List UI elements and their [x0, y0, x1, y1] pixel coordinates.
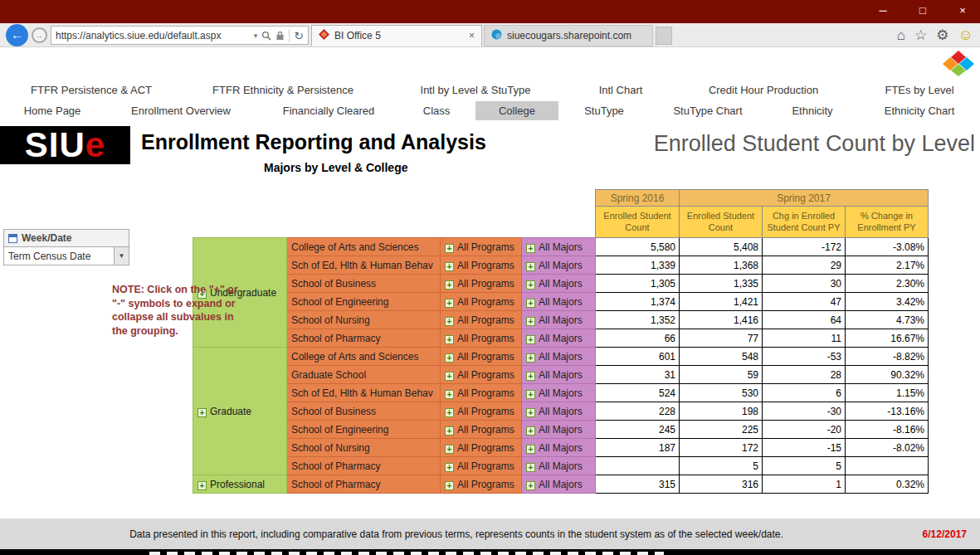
expand-icon[interactable]: + [526, 408, 535, 417]
college-cell[interactable]: College of Arts and Sciences [287, 238, 441, 256]
programs-cell[interactable]: +All Programs [441, 275, 522, 293]
minimize-button[interactable]: ─ [875, 3, 890, 18]
programs-cell[interactable]: +All Programs [441, 475, 522, 494]
forward-button[interactable]: → [32, 27, 47, 43]
home-icon[interactable]: ⌂ [897, 27, 905, 44]
expand-icon[interactable]: + [445, 317, 454, 326]
favorites-star-icon[interactable]: ☆ [914, 27, 927, 44]
expand-icon[interactable]: + [526, 445, 535, 454]
expand-icon[interactable]: + [445, 280, 454, 290]
nav-item-intl-by-level-stutype[interactable]: Intl by Level & StuType [412, 80, 539, 100]
close-button[interactable]: × [955, 3, 970, 18]
college-cell[interactable]: School of Engineering [287, 293, 441, 311]
expand-icon[interactable]: + [526, 317, 535, 326]
expand-icon[interactable]: + [445, 445, 454, 454]
nav-item-enrollment-overview[interactable]: Enrollment Overview [123, 101, 239, 120]
college-cell[interactable]: College of Arts and Sciences [287, 348, 441, 366]
college-cell[interactable]: Sch of Ed, Hlth & Human Behav [287, 256, 441, 275]
majors-cell[interactable]: +All Majors [522, 348, 596, 366]
nav-item-college[interactable]: College [475, 101, 558, 120]
nav-item-class[interactable]: Class [415, 101, 459, 120]
expand-icon[interactable]: + [197, 481, 207, 490]
majors-cell[interactable]: +All Majors [522, 439, 596, 457]
majors-cell[interactable]: +All Majors [522, 457, 596, 475]
nav-item-ethnicity[interactable]: Ethnicity [783, 101, 841, 120]
expand-icon[interactable]: + [526, 244, 535, 253]
back-button[interactable]: ← [6, 24, 28, 46]
level-group-cell[interactable]: +Graduate [193, 348, 287, 475]
nav-item-stutype[interactable]: StuType [576, 101, 632, 120]
expand-icon[interactable]: + [445, 408, 454, 417]
nav-item-intl-chart[interactable]: Intl Chart [591, 80, 651, 100]
browser-tab-sharepoint[interactable]: siuecougars.sharepoint.com [484, 25, 653, 46]
majors-cell[interactable]: +All Majors [522, 329, 596, 348]
expand-icon[interactable]: + [197, 408, 207, 417]
expand-icon[interactable]: + [526, 280, 535, 290]
majors-cell[interactable]: +All Majors [522, 311, 596, 329]
level-group-cell[interactable]: +Professional [193, 475, 287, 494]
majors-cell[interactable]: +All Majors [522, 384, 596, 402]
majors-cell[interactable]: +All Majors [522, 293, 596, 311]
expand-icon[interactable]: + [526, 426, 535, 436]
refresh-icon[interactable]: ↻ [294, 29, 304, 42]
majors-cell[interactable]: +All Majors [522, 256, 596, 275]
expand-icon[interactable]: + [526, 463, 535, 472]
college-cell[interactable]: School of Pharmacy [287, 329, 441, 348]
college-cell[interactable]: School of Nursing [287, 439, 441, 457]
college-cell[interactable]: School of Pharmacy [287, 475, 441, 494]
majors-cell[interactable]: +All Majors [522, 402, 596, 421]
programs-cell[interactable]: +All Programs [441, 348, 522, 366]
expand-icon[interactable]: + [526, 481, 535, 490]
new-tab-button[interactable] [656, 27, 672, 45]
majors-cell[interactable]: +All Majors [522, 366, 596, 384]
expand-icon[interactable]: + [445, 372, 454, 381]
browser-tab-bi-office[interactable]: BI Office 5 × [311, 25, 482, 46]
college-cell[interactable]: Graduate School [287, 366, 441, 384]
expand-icon[interactable]: + [445, 299, 454, 308]
college-cell[interactable]: School of Business [287, 402, 441, 421]
tab-close-icon[interactable]: × [469, 30, 475, 41]
expand-icon[interactable]: + [445, 244, 454, 253]
expand-icon[interactable]: + [526, 335, 535, 344]
expand-icon[interactable]: + [526, 372, 535, 381]
programs-cell[interactable]: +All Programs [441, 384, 522, 402]
college-cell[interactable]: School of Pharmacy [287, 457, 441, 475]
nav-item-ftfr-persistence-act[interactable]: FTFR Persistence & ACT [22, 80, 160, 100]
programs-cell[interactable]: +All Programs [441, 366, 522, 384]
programs-cell[interactable]: +All Programs [441, 421, 522, 439]
nav-item-financially-cleared[interactable]: Financially Cleared [275, 101, 383, 120]
college-cell[interactable]: School of Nursing [287, 311, 441, 329]
expand-icon[interactable]: + [526, 299, 535, 308]
nav-item-ftes-by-level[interactable]: FTEs by Level [876, 80, 962, 100]
programs-cell[interactable]: +All Programs [441, 457, 522, 475]
nav-item-ftfr-ethnicity-persistence[interactable]: FTFR Ethnicity & Persistence [204, 80, 362, 100]
programs-cell[interactable]: +All Programs [441, 402, 522, 421]
url-text[interactable]: https://analytics.siue.edu/default.aspx [56, 30, 250, 41]
expand-icon[interactable]: + [526, 353, 535, 363]
expand-icon[interactable]: + [445, 353, 454, 363]
college-cell[interactable]: School of Engineering [287, 421, 441, 439]
nav-item-stutype-chart[interactable]: StuType Chart [665, 101, 750, 120]
expand-icon[interactable]: + [445, 426, 454, 436]
chevron-down-icon[interactable]: ▾ [254, 32, 258, 40]
dropdown-arrow-icon[interactable]: ▼ [114, 247, 129, 265]
programs-cell[interactable]: +All Programs [441, 293, 522, 311]
expand-icon[interactable]: + [526, 262, 535, 271]
college-cell[interactable]: Sch of Ed, Hlth & Human Behav [287, 384, 441, 402]
college-cell[interactable]: School of Business [287, 275, 441, 293]
nav-item-credit-hour-production[interactable]: Credit Hour Production [700, 80, 826, 100]
programs-cell[interactable]: +All Programs [441, 439, 522, 457]
address-bar[interactable]: https://analytics.siue.edu/default.aspx … [51, 26, 309, 45]
majors-cell[interactable]: +All Majors [522, 275, 596, 293]
programs-cell[interactable]: +All Programs [441, 238, 522, 256]
expand-icon[interactable]: + [445, 390, 454, 399]
expand-icon[interactable]: + [526, 390, 535, 399]
expand-icon[interactable]: + [445, 262, 454, 271]
programs-cell[interactable]: +All Programs [441, 256, 522, 275]
maximize-button[interactable]: □ [915, 3, 930, 18]
majors-cell[interactable]: +All Majors [522, 421, 596, 439]
programs-cell[interactable]: +All Programs [441, 311, 522, 329]
nav-item-ethnicity-chart[interactable]: Ethnicity Chart [876, 101, 963, 120]
majors-cell[interactable]: +All Majors [522, 238, 596, 256]
programs-cell[interactable]: +All Programs [441, 329, 522, 348]
